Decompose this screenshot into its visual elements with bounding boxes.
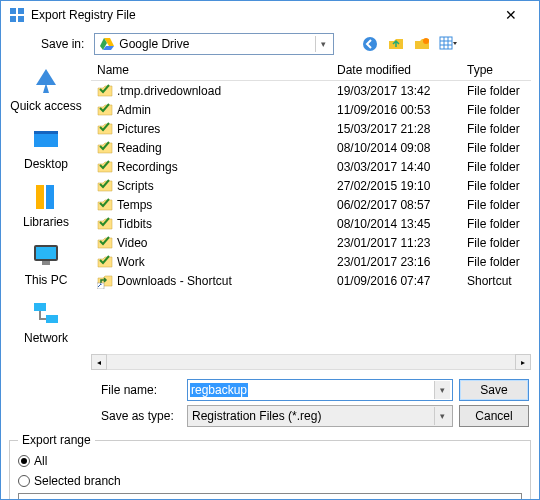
titlebar: Export Registry File ✕ (1, 1, 539, 29)
list-item[interactable]: Scripts27/02/2015 19:10File folder (91, 176, 531, 195)
list-item[interactable]: Downloads - Shortcut01/09/2016 07:47Shor… (91, 271, 531, 290)
file-date: 06/02/2017 08:57 (337, 198, 467, 212)
svg-rect-3 (18, 16, 24, 22)
save-button[interactable]: Save (459, 379, 529, 401)
file-type: File folder (467, 141, 531, 155)
savein-select[interactable]: Google Drive ▾ (94, 33, 334, 55)
chevron-down-icon[interactable]: ▾ (434, 407, 450, 425)
col-name[interactable]: Name (91, 63, 337, 77)
list-item[interactable]: Work23/01/2017 23:16File folder (91, 252, 531, 271)
file-type: File folder (467, 198, 531, 212)
scroll-left-icon[interactable]: ◂ (91, 354, 107, 370)
svg-rect-18 (36, 185, 44, 209)
svg-rect-22 (42, 261, 50, 265)
file-date: 23/01/2017 23:16 (337, 255, 467, 269)
export-range-legend: Export range (18, 433, 95, 447)
place-desktop[interactable]: Desktop (24, 123, 68, 171)
folder-icon (97, 254, 113, 270)
cancel-button[interactable]: Cancel (459, 405, 529, 427)
file-date: 15/03/2017 21:28 (337, 122, 467, 136)
shortcut-icon (97, 273, 113, 289)
svg-rect-23 (34, 303, 46, 311)
folder-icon (97, 159, 113, 175)
svg-marker-14 (36, 69, 56, 85)
place-icon (30, 181, 62, 213)
file-date: 23/01/2017 11:23 (337, 236, 467, 250)
places-bar: Quick accessDesktopLibrariesThis PCNetwo… (1, 59, 91, 371)
place-icon (30, 65, 62, 97)
col-type[interactable]: Type (467, 63, 531, 77)
file-name: Recordings (117, 160, 178, 174)
file-list[interactable]: .tmp.drivedownload19/03/2017 13:42File f… (91, 81, 531, 353)
file-name: Tidbits (117, 217, 152, 231)
close-button[interactable]: ✕ (491, 7, 531, 23)
file-date: 08/10/2014 09:08 (337, 141, 467, 155)
back-icon[interactable] (360, 34, 380, 54)
savein-label: Save in: (41, 37, 84, 51)
place-icon (30, 123, 62, 155)
bottom-form: File name: regbackup ▾ Save Save as type… (1, 371, 539, 431)
list-item[interactable]: Tidbits08/10/2014 13:45File folder (91, 214, 531, 233)
list-item[interactable]: Video23/01/2017 11:23File folder (91, 233, 531, 252)
file-date: 01/09/2016 07:47 (337, 274, 467, 288)
place-libraries[interactable]: Libraries (23, 181, 69, 229)
place-label: Desktop (24, 157, 68, 171)
list-item[interactable]: .tmp.drivedownload19/03/2017 13:42File f… (91, 81, 531, 100)
place-this-pc[interactable]: This PC (25, 239, 68, 287)
branch-input[interactable] (18, 493, 522, 500)
file-pane: Name Date modified Type .tmp.drivedownlo… (91, 59, 539, 371)
saveastype-select[interactable]: Registration Files (*.reg) ▾ (187, 405, 453, 427)
list-item[interactable]: Recordings03/03/2017 14:40File folder (91, 157, 531, 176)
google-drive-icon (99, 36, 115, 52)
file-type: File folder (467, 103, 531, 117)
folder-icon (97, 235, 113, 251)
place-label: Network (24, 331, 68, 345)
file-date: 11/09/2016 00:53 (337, 103, 467, 117)
file-date: 08/10/2014 13:45 (337, 217, 467, 231)
place-label: Libraries (23, 215, 69, 229)
saveastype-label: Save as type: (101, 409, 181, 423)
filename-value: regbackup (190, 383, 248, 397)
file-date: 19/03/2017 13:42 (337, 84, 467, 98)
svg-point-7 (363, 37, 377, 51)
file-date: 03/03/2017 14:40 (337, 160, 467, 174)
filename-input[interactable]: regbackup ▾ (187, 379, 453, 401)
h-scrollbar[interactable]: ◂ ▸ (91, 353, 531, 371)
chevron-down-icon[interactable]: ▾ (434, 381, 450, 399)
place-label: This PC (25, 273, 68, 287)
folder-icon (97, 102, 113, 118)
view-menu-icon[interactable] (438, 34, 458, 54)
scroll-track[interactable] (107, 354, 515, 370)
folder-icon (97, 121, 113, 137)
file-type: File folder (467, 217, 531, 231)
place-quick-access[interactable]: Quick access (10, 65, 81, 113)
svg-rect-9 (440, 37, 452, 49)
radio-selected-branch[interactable]: Selected branch (18, 471, 522, 491)
svg-rect-2 (10, 16, 16, 22)
file-type: Shortcut (467, 274, 531, 288)
svg-rect-17 (34, 131, 58, 134)
up-folder-icon[interactable] (386, 34, 406, 54)
radio-selected-label: Selected branch (34, 474, 121, 488)
file-name: Scripts (117, 179, 154, 193)
svg-rect-1 (18, 8, 24, 14)
folder-icon (97, 178, 113, 194)
list-item[interactable]: Temps06/02/2017 08:57File folder (91, 195, 531, 214)
list-item[interactable]: Admin11/09/2016 00:53File folder (91, 100, 531, 119)
file-name: .tmp.drivedownload (117, 84, 221, 98)
list-item[interactable]: Reading08/10/2014 09:08File folder (91, 138, 531, 157)
new-folder-icon[interactable] (412, 34, 432, 54)
col-date[interactable]: Date modified (337, 63, 467, 77)
folder-icon (97, 197, 113, 213)
file-date: 27/02/2015 19:10 (337, 179, 467, 193)
list-item[interactable]: Pictures15/03/2017 21:28File folder (91, 119, 531, 138)
place-network[interactable]: Network (24, 297, 68, 345)
file-name: Video (117, 236, 147, 250)
radio-all[interactable]: All (18, 451, 522, 471)
file-name: Pictures (117, 122, 160, 136)
file-type: File folder (467, 160, 531, 174)
folder-icon (97, 140, 113, 156)
file-type: File folder (467, 236, 531, 250)
file-name: Temps (117, 198, 152, 212)
scroll-right-icon[interactable]: ▸ (515, 354, 531, 370)
